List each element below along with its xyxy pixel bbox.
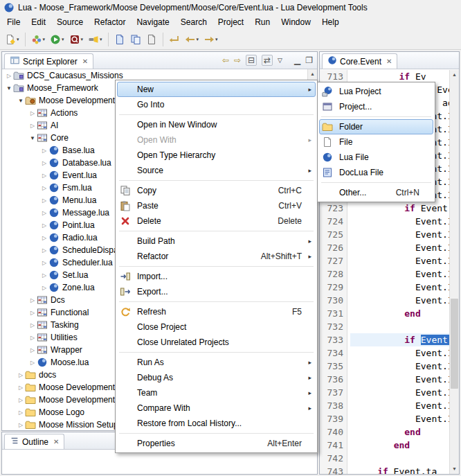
code-line-741[interactable]: end <box>350 439 449 452</box>
expand-arrow-icon[interactable]: ▷ <box>40 173 48 179</box>
code-line-727[interactable]: Event.I <box>350 254 449 267</box>
code-line-739[interactable]: Event.I <box>350 412 449 425</box>
new-submenu-item-lua-project[interactable]: Lua Project <box>319 84 433 99</box>
context-menu-item-refactor[interactable]: RefactorAlt+Shift+T▸ <box>117 249 316 264</box>
context-menu-item-restore-from-local-history[interactable]: Restore from Local History... <box>117 416 316 431</box>
menubar-help[interactable]: Help <box>316 15 345 29</box>
scroll-down-icon[interactable]: ▼ <box>450 464 459 474</box>
context-menu-item-new[interactable]: New▸ <box>117 82 316 97</box>
dropdown-chevron-icon[interactable]: ▾ <box>62 37 64 42</box>
context-menu-item-open-with[interactable]: Open With▸ <box>117 132 316 148</box>
code-line-726[interactable]: Event.I <box>350 241 449 254</box>
context-menu-item-go-into[interactable]: Go Into <box>117 97 316 112</box>
collapse-arrow-icon[interactable]: ▼ <box>17 98 25 104</box>
expand-arrow-icon[interactable]: ▷ <box>40 160 48 166</box>
code-line-723[interactable]: if Event. <box>350 202 449 215</box>
forward-arrow-icon[interactable]: ⇨ <box>234 55 241 65</box>
code-line-730[interactable]: Event.I <box>350 294 449 307</box>
expand-arrow-icon[interactable]: ▷ <box>28 347 37 353</box>
code-line-734[interactable]: Event.I <box>350 346 449 360</box>
close-icon[interactable]: ✕ <box>386 58 392 65</box>
context-menu-item-compare-with[interactable]: Compare With▸ <box>117 400 316 416</box>
menubar-run[interactable]: Run <box>249 15 275 29</box>
expand-arrow-icon[interactable]: ▷ <box>28 335 37 341</box>
context-menu-item-properties[interactable]: PropertiesAlt+Enter <box>117 436 316 451</box>
context-menu-item-export[interactable]: Export... <box>117 284 316 299</box>
dropdown-chevron-icon[interactable]: ▾ <box>17 37 19 42</box>
expand-arrow-icon[interactable]: ▷ <box>40 197 48 204</box>
expand-arrow-icon[interactable]: ▷ <box>28 310 37 316</box>
context-menu-item-refresh[interactable]: RefreshF5 <box>117 304 316 319</box>
expand-arrow-icon[interactable]: ▷ <box>17 385 25 391</box>
expand-arrow-icon[interactable]: ▷ <box>40 210 48 216</box>
expand-arrow-icon[interactable]: ▷ <box>28 322 37 328</box>
context-menu-item-copy[interactable]: CopyCtrl+C <box>117 183 316 198</box>
scroll-up-icon[interactable]: ▲ <box>450 70 459 80</box>
code-line-740[interactable]: end <box>350 425 449 439</box>
close-icon[interactable]: ✕ <box>53 438 59 446</box>
code-line-738[interactable]: Event.I <box>350 399 449 412</box>
code-line-736[interactable]: Event.I <box>350 373 449 386</box>
expand-arrow-icon[interactable]: ▷ <box>40 148 48 154</box>
expand-arrow-icon[interactable]: ▷ <box>5 73 13 79</box>
coverage-button[interactable]: ▾ <box>67 31 86 48</box>
external-tools-button[interactable]: ▾ <box>29 31 48 48</box>
context-menu-item-close-project[interactable]: Close Project <box>117 319 316 335</box>
view-menu-icon[interactable]: ▽ <box>278 57 282 64</box>
back-arrow-icon[interactable]: ⇦ <box>222 55 229 65</box>
scrollbar-thumb[interactable] <box>451 299 458 389</box>
expand-arrow-icon[interactable]: ▷ <box>40 272 48 279</box>
context-menu-item-delete[interactable]: DeleteDelete <box>117 213 316 229</box>
new-submenu-item-doclua-file[interactable]: DocLua File <box>319 165 433 180</box>
expand-arrow-icon[interactable]: ▷ <box>40 247 48 254</box>
expand-arrow-icon[interactable]: ▷ <box>28 110 37 116</box>
context-menu-item-run-as[interactable]: Run As▸ <box>117 355 316 370</box>
context-menu-item-team[interactable]: Team▸ <box>117 385 316 400</box>
tab-outline[interactable]: Outline ✕ <box>4 434 64 449</box>
expand-arrow-icon[interactable]: ▷ <box>17 397 25 403</box>
context-menu-item-debug-as[interactable]: Debug As▸ <box>117 370 316 385</box>
code-line-743[interactable]: if Event.ta <box>350 465 449 474</box>
forward-button[interactable]: ▾ <box>201 31 220 48</box>
expand-arrow-icon[interactable]: ▷ <box>28 123 37 129</box>
context-menu-item-import[interactable]: Import... <box>117 269 316 284</box>
expand-arrow-icon[interactable]: ▷ <box>40 285 48 291</box>
context-menu-item-close-unrelated-projects[interactable]: Close Unrelated Projects <box>117 335 316 350</box>
context-menu-item-open-in-new-window[interactable]: Open in New Window <box>117 117 316 132</box>
menubar-edit[interactable]: Edit <box>26 15 51 29</box>
code-line-735[interactable]: Event.I <box>350 360 449 373</box>
menubar-search[interactable]: Search <box>175 15 213 29</box>
code-line-725[interactable]: Event.I <box>350 228 449 241</box>
new-submenu-item-project[interactable]: Project... <box>319 99 433 114</box>
code-line-732[interactable] <box>350 320 449 333</box>
tab-script-explorer[interactable]: Script Explorer ✕ <box>4 53 93 69</box>
expand-arrow-icon[interactable]: ▷ <box>17 409 25 416</box>
menubar-file[interactable]: File <box>1 15 26 29</box>
last-edit-location-button[interactable] <box>167 31 182 48</box>
new-wizard-button[interactable]: ▾ <box>3 31 21 48</box>
menubar-refactor[interactable]: Refactor <box>89 15 131 29</box>
editor-scrollbar[interactable]: ▲ ▼ <box>449 70 459 474</box>
new-submenu-item-folder[interactable]: Folder <box>319 119 433 134</box>
tool-gray-page-button[interactable] <box>144 31 159 48</box>
context-menu-item-paste[interactable]: PasteCtrl+V <box>117 198 316 213</box>
expand-arrow-icon[interactable]: ▷ <box>28 360 37 366</box>
back-button[interactable]: ▾ <box>183 31 201 48</box>
dropdown-chevron-icon[interactable]: ▾ <box>197 37 199 42</box>
close-icon[interactable]: ✕ <box>82 58 88 65</box>
collapse-arrow-icon[interactable]: ▼ <box>28 135 37 141</box>
new-submenu-item-lua-file[interactable]: Lua File <box>319 150 433 165</box>
code-line-731[interactable]: end <box>350 307 449 320</box>
dropdown-chevron-icon[interactable]: ▾ <box>215 37 218 42</box>
code-line-724[interactable]: Event.I <box>350 215 449 228</box>
collapse-all-icon[interactable]: ⊟ <box>246 55 257 66</box>
tool-blue-pages-button[interactable] <box>128 31 143 48</box>
dropdown-chevron-icon[interactable]: ▾ <box>43 37 46 42</box>
context-menu-item-open-type-hierarchy[interactable]: Open Type Hierarchy <box>117 148 316 163</box>
expand-arrow-icon[interactable]: ▷ <box>40 260 48 266</box>
context-menu-item-source[interactable]: Source▸ <box>117 163 316 178</box>
minimize-icon[interactable]: ▁ <box>294 55 300 65</box>
code-line-728[interactable]: Event.I <box>350 267 449 281</box>
menubar-window[interactable]: Window <box>275 15 316 29</box>
scroll-up-icon[interactable]: ▲ <box>308 69 317 79</box>
